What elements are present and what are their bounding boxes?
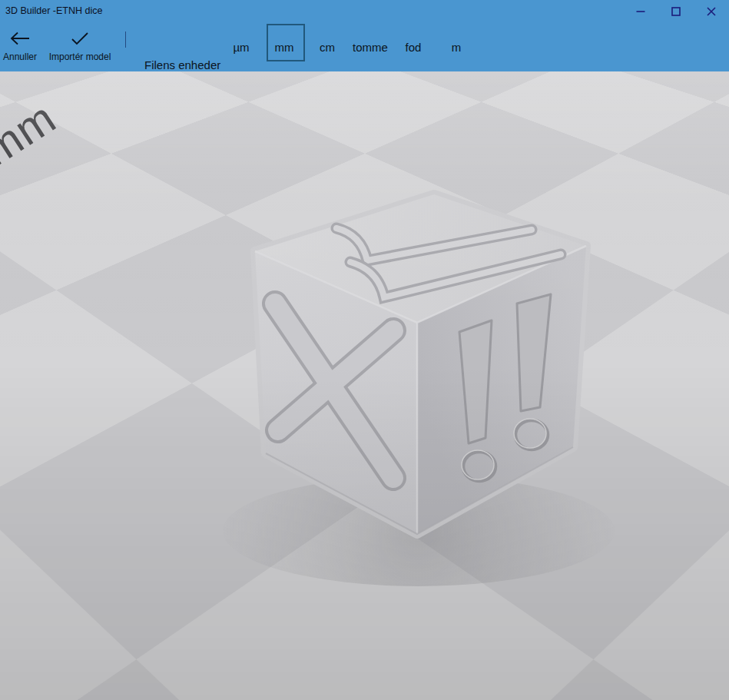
minimize-icon bbox=[636, 7, 645, 16]
unit-option-tomme[interactable]: tomme bbox=[349, 23, 392, 71]
window-controls bbox=[623, 0, 729, 23]
maximize-icon bbox=[671, 7, 681, 16]
toolbar-divider bbox=[125, 32, 126, 48]
unit-option-fod[interactable]: fod bbox=[392, 23, 435, 71]
unit-option-mm[interactable]: mm bbox=[263, 23, 306, 71]
unit-options: µm mm cm tomme fod m bbox=[220, 23, 478, 71]
minimize-button[interactable] bbox=[623, 0, 658, 23]
cancel-label: Annuller bbox=[3, 51, 37, 62]
file-units-label: Filens enheder bbox=[144, 58, 220, 71]
maximize-button[interactable] bbox=[658, 0, 694, 23]
dice-model-scene[interactable] bbox=[0, 71, 729, 700]
dice-cube[interactable] bbox=[255, 194, 586, 534]
3d-builder-window: 3D Builder -ETNH dice bbox=[0, 0, 729, 700]
checkmark-icon bbox=[71, 29, 89, 48]
back-arrow-icon bbox=[10, 29, 30, 48]
viewport-3d[interactable]: mm bbox=[0, 71, 729, 700]
close-button[interactable] bbox=[694, 0, 729, 23]
import-model-button[interactable]: Importér model bbox=[43, 29, 117, 62]
import-model-label: Importér model bbox=[49, 51, 111, 62]
unit-option-um[interactable]: µm bbox=[220, 23, 263, 71]
toolbar: Annuller Importér model Filens enheder µ… bbox=[0, 23, 729, 71]
unit-option-cm[interactable]: cm bbox=[306, 23, 349, 71]
titlebar[interactable]: 3D Builder -ETNH dice bbox=[0, 0, 729, 23]
close-icon bbox=[707, 7, 716, 16]
cancel-button[interactable]: Annuller bbox=[0, 29, 40, 62]
window-title: 3D Builder -ETNH dice bbox=[5, 5, 102, 16]
unit-option-m[interactable]: m bbox=[435, 23, 478, 71]
